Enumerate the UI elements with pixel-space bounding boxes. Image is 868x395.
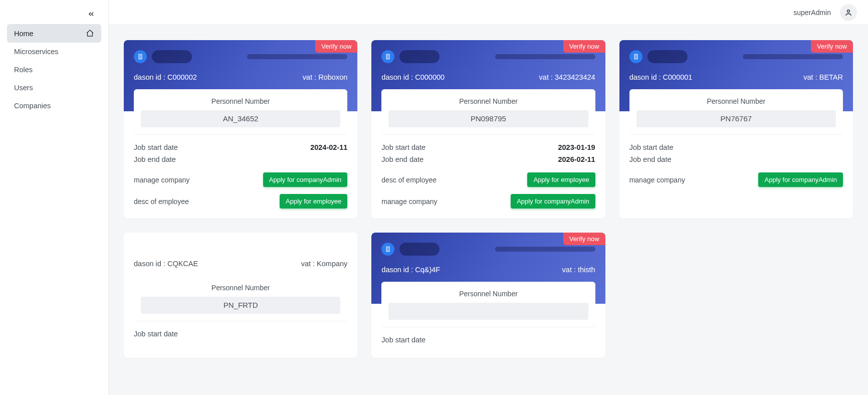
topbar: superAdmin [109,0,868,25]
building-icon [381,243,394,256]
vat-value: vat : Kompany [301,260,348,268]
action-label: manage company [381,198,437,206]
action-label: manage company [134,176,189,184]
vat-value: vat : thisth [562,266,595,274]
job-start-label: Job start date [134,143,178,151]
vat-value: vat : BETAR [803,73,843,81]
dason-id: dason id : CQKCAE [134,260,198,268]
placeholder-bar [743,54,843,59]
vat-value: vat : 3423423424 [539,73,595,81]
apply-button[interactable]: Apply for companyAdmin [263,172,348,187]
sidebar-item-label: Users [14,84,33,92]
personnel-number-value [388,303,588,320]
personnel-number-box: Personnel NumberAN_34652 [134,89,347,134]
sidebar-item-label: Microservices [14,48,59,56]
sidebar-item-companies[interactable]: Companies [7,97,101,115]
job-start-label: Job start date [629,143,674,151]
placeholder-pill [647,50,688,63]
sidebar-collapse-icon[interactable] [86,9,96,19]
sidebar: HomeMicroservicesRolesUsersCompanies [0,0,109,395]
verify-now-button[interactable]: Verify now [563,233,605,245]
dason-id: dason id : Cq&)4F [381,266,440,274]
placeholder-bar [495,247,595,252]
company-card: dason id : CQKCAEvat : KompanyPersonnel … [124,233,357,358]
personnel-number-label: Personnel Number [141,97,340,105]
job-start-label: Job start date [134,330,178,338]
verify-now-button[interactable]: Verify now [315,40,357,53]
vat-value: vat : Roboxon [303,73,347,81]
personnel-number-value: PN_FRTD [141,297,340,314]
action-label: desc of employee [134,198,189,206]
job-start-value: 2023-01-19 [558,143,595,151]
job-end-label: Job end date [134,155,176,163]
placeholder-pill [152,50,192,63]
building-icon [381,50,394,63]
personnel-number-box: Personnel NumberPN76767 [629,89,843,134]
company-card: Verify nowdason id : C000001vat : BETARP… [619,40,853,219]
avatar[interactable] [840,4,857,21]
company-card: Verify nowdason id : Cq&)4Fvat : thisthP… [371,233,605,358]
dason-id: dason id : C000002 [134,73,197,81]
company-card: Verify nowdason id : C000002vat : Roboxo… [124,40,357,219]
card-body: Job start date2024-02-11Job end datemana… [124,134,357,219]
dason-id: dason id : C000000 [381,73,445,81]
job-start-label: Job start date [381,336,425,344]
card-body: Job start date2023-01-19Job end date2026… [371,134,605,219]
sidebar-item-users[interactable]: Users [7,79,101,97]
apply-button[interactable]: Apply for companyAdmin [758,172,843,187]
job-end-label: Job end date [381,155,423,163]
placeholder-bar [495,54,595,59]
sidebar-item-label: Home [14,30,34,38]
sidebar-item-label: Roles [14,66,33,74]
dason-id: dason id : C000001 [629,73,693,81]
job-start-label: Job start date [381,143,425,151]
action-label: desc of employee [381,176,437,184]
job-start-value: 2024-02-11 [310,143,347,151]
sidebar-item-microservices[interactable]: Microservices [7,43,101,61]
building-icon [134,50,147,63]
card-body: Job start date [124,321,357,352]
personnel-number-value: PN098795 [388,110,588,127]
personnel-number-box: Personnel NumberPN098795 [381,89,595,134]
verify-now-button[interactable]: Verify now [563,40,605,53]
personnel-number-label: Personnel Number [388,290,588,298]
placeholder-pill [399,50,440,63]
personnel-number-value: PN76767 [636,110,836,127]
card-body: Job start dateJob end datemanage company… [619,134,853,197]
action-label: manage company [629,176,685,184]
placeholder-pill [399,243,440,256]
job-end-value: 2026-02-11 [558,155,595,163]
personnel-number-box: Personnel NumberPN_FRTD [134,276,347,321]
svg-point-0 [847,10,850,12]
building-icon [629,50,642,63]
apply-button[interactable]: Apply for employee [527,172,595,187]
job-end-label: Job end date [629,155,672,163]
verify-now-button[interactable]: Verify now [811,40,853,53]
personnel-number-label: Personnel Number [388,97,588,105]
personnel-number-box: Personnel Number [381,282,595,327]
card-body: Job start date [371,327,605,358]
apply-button[interactable]: Apply for companyAdmin [511,194,595,209]
home-icon [86,29,94,38]
current-user-label: superAdmin [793,9,831,17]
sidebar-item-label: Companies [14,102,51,110]
personnel-number-label: Personnel Number [636,97,836,105]
placeholder-bar [247,54,347,59]
personnel-number-value: AN_34652 [141,110,340,127]
sidebar-item-home[interactable]: Home [7,24,101,43]
apply-button[interactable]: Apply for employee [280,194,347,209]
sidebar-item-roles[interactable]: Roles [7,61,101,79]
company-card: Verify nowdason id : C000000vat : 342342… [371,40,605,219]
personnel-number-label: Personnel Number [141,284,340,292]
